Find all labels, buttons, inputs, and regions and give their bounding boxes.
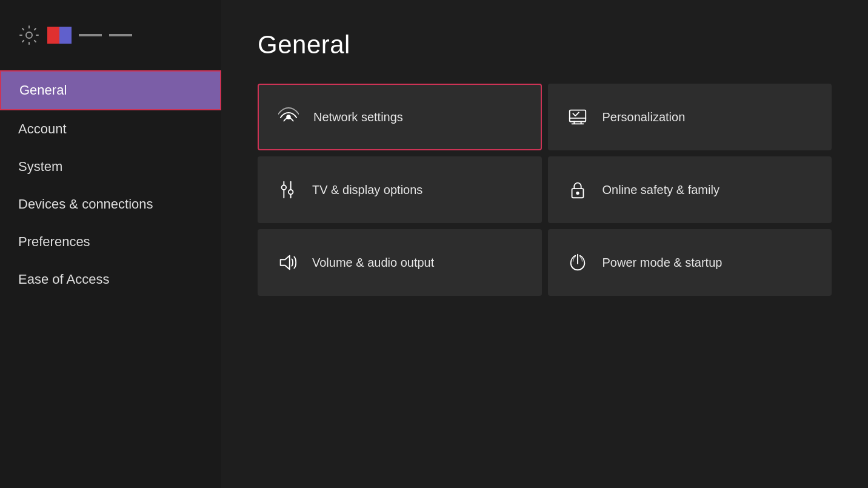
main-content: General Network settings Personalization [221,0,868,488]
svg-point-0 [26,32,32,38]
card-network-settings[interactable]: Network settings [258,84,542,150]
sidebar-item-preferences[interactable]: Preferences [0,223,221,261]
page-title: General [258,30,832,59]
tv-icon [277,179,298,200]
settings-grid: Network settings Personalization TV & di… [258,84,832,296]
card-online-safety-label: Online safety & family [603,182,719,198]
gear-icon [18,24,40,46]
volume-icon [277,252,298,273]
sidebar-item-account[interactable]: Account [0,110,221,148]
svg-rect-2 [569,110,585,122]
logo-blocks [47,27,72,44]
sidebar-item-system[interactable]: System [0,148,221,186]
network-icon [278,107,299,127]
sidebar-item-devices[interactable]: Devices & connections [0,186,221,223]
logo-red-block [47,27,59,44]
card-tv-display[interactable]: TV & display options [258,156,542,223]
logo-blue-block [59,27,72,44]
sidebar-item-ease-of-access[interactable]: Ease of Access [0,261,221,298]
card-volume-audio-label: Volume & audio output [312,255,434,270]
card-power-mode-label: Power mode & startup [603,255,723,270]
personalization-icon [567,107,588,127]
power-icon [567,252,588,273]
logo-dash1 [79,34,102,36]
svg-point-8 [576,192,579,195]
card-power-mode[interactable]: Power mode & startup [548,229,832,296]
sidebar-header [0,24,221,70]
card-personalization-label: Personalization [603,109,686,125]
sidebar-item-general[interactable]: General [0,70,221,110]
lock-icon [567,179,588,200]
sidebar: General Account System Devices & connect… [0,0,221,488]
card-volume-audio[interactable]: Volume & audio output [258,229,542,296]
card-online-safety[interactable]: Online safety & family [548,156,832,223]
logo-dash2 [109,34,132,36]
svg-point-6 [289,190,293,195]
svg-point-5 [282,185,287,190]
card-personalization[interactable]: Personalization [548,84,832,150]
card-network-settings-label: Network settings [313,109,403,125]
card-tv-display-label: TV & display options [312,182,422,198]
svg-marker-9 [281,256,290,270]
sidebar-nav: General Account System Devices & connect… [0,70,221,298]
